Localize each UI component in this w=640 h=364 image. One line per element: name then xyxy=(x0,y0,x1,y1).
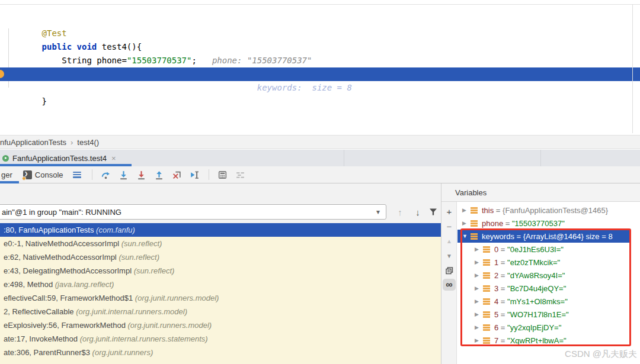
frame-location: ate:306, ParentRunner$3 xyxy=(4,348,92,357)
frame-package: (org.junit.runners) xyxy=(92,348,153,357)
triangle-up-icon: ▲ xyxy=(446,238,452,244)
expand-arrow-icon[interactable]: ▶ xyxy=(475,272,482,278)
frame-row[interactable]: 2, ReflectiveCallable (org.junit.interna… xyxy=(0,305,441,318)
step-over-button[interactable] xyxy=(100,169,113,181)
list-item-row[interactable]: ▶ 4 = "mYs1+Ol8mks=" xyxy=(457,295,640,308)
duplicate-watch-button[interactable] xyxy=(441,265,457,276)
variable-row-phone[interactable]: ▶ phone = "15503770537" xyxy=(457,217,640,230)
breadcrumb-method[interactable]: test4() xyxy=(77,138,99,147)
breadcrumb-class[interactable]: nfuApplicationTests xyxy=(0,138,66,147)
remove-watch-button[interactable]: − xyxy=(441,220,457,232)
drop-frame-button[interactable] xyxy=(171,169,184,181)
expand-arrow-icon[interactable]: ▶ xyxy=(475,259,482,265)
list-item-row[interactable]: ▶ 6 = "yy2xqIpEjDY=" xyxy=(457,321,640,334)
code-text: } xyxy=(42,96,47,106)
list-item-row[interactable]: ▶ 5 = "WO7H17l8n1E=" xyxy=(457,308,640,321)
add-watch-button[interactable]: + xyxy=(441,205,457,217)
thread-selector-dropdown[interactable]: ain"@1 in group "main": RUNNING ▾ xyxy=(0,204,386,220)
run-to-cursor-button[interactable] xyxy=(188,169,201,181)
expand-arrow-icon[interactable]: ▶ xyxy=(462,220,469,226)
arrow-up-icon: ↑ xyxy=(398,207,402,217)
list-item-row[interactable]: ▶ 0 = "0eJ1hEs6U3I=" xyxy=(457,243,640,256)
code-text: System. xyxy=(42,83,97,92)
variable-row-keywords[interactable]: ▼ keywords = {ArrayList@1464} size = 8 xyxy=(457,230,630,243)
expand-arrow-icon[interactable]: ▶ xyxy=(475,311,482,317)
frame-location: :80, FanfuApplicationTests xyxy=(4,226,96,234)
tab-strip-separator xyxy=(540,150,541,166)
frame-row[interactable]: ate:306, ParentRunner$3 (org.junit.runne… xyxy=(0,346,441,359)
element-index: 2 xyxy=(494,271,498,280)
expand-arrow-icon[interactable]: ▶ xyxy=(475,246,482,252)
list-item-row[interactable]: ▶ 7 = "XqwRPt+lbwA=" xyxy=(457,334,640,347)
frame-location: eExplosively:56, FrameworkMethod xyxy=(4,321,128,330)
frame-row[interactable]: eExplosively:56, FrameworkMethod (org.ju… xyxy=(0,318,441,332)
console-badge-icon xyxy=(22,176,26,181)
frame-location: 2, ReflectiveCallable xyxy=(4,307,76,316)
frame-row[interactable]: e0:-1, NativeMethodAccessorImpl (sun.ref… xyxy=(0,237,441,250)
code-editor[interactable]: @Test public void test4(){ String phone=… xyxy=(0,0,640,133)
frame-package: (com.fanfu) xyxy=(96,226,135,234)
minus-icon: − xyxy=(447,221,452,231)
element-index: 7 xyxy=(494,336,498,345)
evaluate-watches-toggle[interactable]: ∞ xyxy=(443,279,456,291)
frame-row[interactable]: e:498, Method (java.lang.reflect) xyxy=(0,278,441,291)
variable-name: this xyxy=(482,206,494,215)
expand-arrow-icon[interactable]: ▶ xyxy=(462,207,469,213)
element-index: 6 xyxy=(494,323,498,332)
evaluate-expression-button[interactable] xyxy=(216,169,229,181)
layout-options-icon[interactable] xyxy=(73,172,81,178)
variable-row-this[interactable]: ▶ this = {FanfuApplicationTests@1465} xyxy=(457,204,640,217)
toolbar-separator xyxy=(92,169,92,180)
expand-arrow-icon[interactable]: ▶ xyxy=(475,324,482,330)
element-value: "dYAw8Rsoy4I=" xyxy=(507,271,565,280)
frames-list: :80, FanfuApplicationTests (com.fanfu) e… xyxy=(0,223,441,364)
expand-arrow-icon[interactable]: ▶ xyxy=(475,298,482,304)
expand-arrow-icon[interactable]: ▶ xyxy=(475,285,482,291)
hide-frames-filter-button[interactable] xyxy=(427,204,440,220)
variable-icon xyxy=(483,311,490,318)
step-into-button[interactable] xyxy=(117,169,130,181)
step-out-button[interactable] xyxy=(153,169,166,181)
close-icon[interactable]: × xyxy=(111,154,116,163)
frame-location: e:43, DelegatingMethodAccessorImpl xyxy=(4,266,134,275)
list-item-row[interactable]: ▶ 2 = "dYAw8Rsoy4I=" xyxy=(457,269,640,282)
list-item-row[interactable]: ▶ 3 = "Bc7D4u4jeQY=" xyxy=(457,282,640,295)
editor-right-border xyxy=(632,4,633,133)
frame-package: (org.junit.runners.model) xyxy=(135,294,219,302)
expand-arrow-icon[interactable]: ▶ xyxy=(475,337,482,343)
collapse-arrow-icon[interactable]: ▼ xyxy=(462,233,469,239)
move-up-button[interactable]: ▲ xyxy=(441,235,457,247)
previous-frame-button[interactable]: ↑ xyxy=(392,204,408,220)
frame-package: (org.junit.internal.runners.statements) xyxy=(80,334,208,343)
static-field-out: out xyxy=(97,83,111,92)
frame-row[interactable]: e:62, NativeMethodAccessorImpl (sun.refl… xyxy=(0,250,441,264)
code-line-method-signature: public void test4(){ xyxy=(0,27,640,40)
frame-row-selected[interactable]: :80, FanfuApplicationTests (com.fanfu) xyxy=(0,223,441,237)
force-step-into-button[interactable] xyxy=(135,169,148,181)
frame-package: (sun.reflect) xyxy=(134,266,175,275)
run-tab-strip: FanfuApplicationTests.test4 × xyxy=(0,150,640,166)
list-item-row[interactable]: ▶ 1 = "etz0zTMkcik=" xyxy=(457,256,640,269)
tab-debugger-partial[interactable]: ger xyxy=(1,170,12,179)
move-down-button[interactable]: ▼ xyxy=(441,250,457,262)
element-index: 5 xyxy=(494,310,498,319)
variable-icon xyxy=(471,233,478,240)
watermark: CSDN @凡夫贩夫 xyxy=(565,349,637,360)
next-frame-button[interactable]: ↓ xyxy=(410,204,425,220)
tab-console[interactable]: Console xyxy=(23,170,63,179)
element-index: 1 xyxy=(494,258,498,267)
frame-location: eflectiveCall:59, FrameworkMethod$1 xyxy=(4,294,135,302)
variable-name: keywords xyxy=(482,232,514,241)
variable-value: {ArrayList@1464} xyxy=(523,232,584,241)
variables-tree: ▶ this = {FanfuApplicationTests@1465} ▶ … xyxy=(457,202,640,364)
variable-value: "15503770537" xyxy=(512,219,565,228)
restore-layout-icon[interactable] xyxy=(234,169,247,181)
equals-sign: = xyxy=(498,310,507,319)
variable-icon xyxy=(471,207,478,214)
equals-sign: = xyxy=(514,232,523,241)
frame-row[interactable]: eflectiveCall:59, FrameworkMethod$1 (org… xyxy=(0,291,441,305)
frame-row[interactable]: e:43, DelegatingMethodAccessorImpl (sun.… xyxy=(0,264,441,278)
frames-panel: ain"@1 in group "main": RUNNING ▾ ↑ ↓ :8… xyxy=(0,183,441,364)
frame-row[interactable]: ate:17, InvokeMethod (org.junit.internal… xyxy=(0,332,441,346)
copy-icon xyxy=(446,267,453,275)
